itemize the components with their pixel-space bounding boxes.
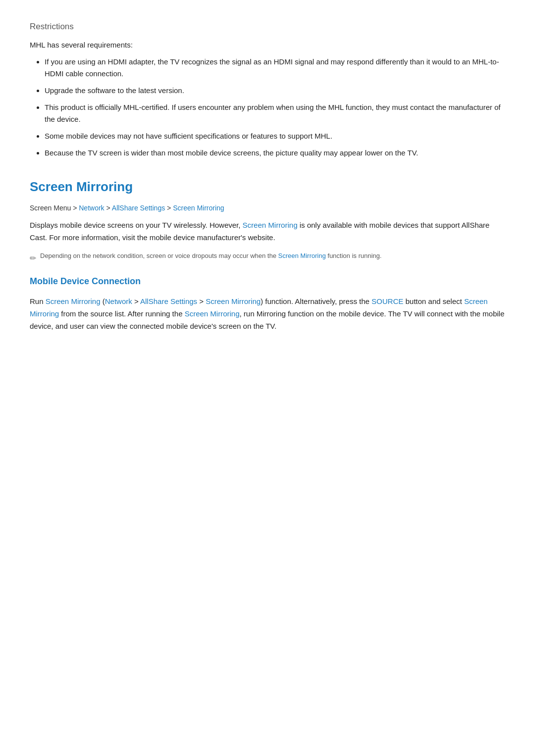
list-item: If you are using an HDMI adapter, the TV… [45, 56, 505, 80]
list-item: This product is officially MHL-certified… [45, 101, 505, 125]
mdc-screen-mirroring-link-2[interactable]: Screen Mirroring [206, 297, 261, 305]
list-item: Because the TV screen is wider than most… [45, 147, 505, 159]
description-text-1: Displays mobile device screens on your T… [30, 221, 243, 229]
note-box: ✏ Depending on the network condition, sc… [30, 251, 505, 265]
list-item: Upgrade the software to the latest versi… [45, 85, 505, 97]
list-item: Some mobile devices may not have suffici… [45, 130, 505, 142]
breadcrumb-separator: > [107, 204, 112, 212]
screen-mirroring-note-link[interactable]: Screen Mirroring [278, 252, 326, 259]
mobile-device-connection-text: Run Screen Mirroring (Network > AllShare… [30, 296, 505, 332]
breadcrumb-screen-mirroring-link[interactable]: Screen Mirroring [173, 204, 224, 212]
note-text: Depending on the network condition, scre… [40, 251, 381, 261]
mobile-device-connection-section: Mobile Device Connection Run Screen Mirr… [30, 274, 505, 332]
mdc-network-link[interactable]: Network [105, 297, 132, 305]
mhl-intro-text: MHL has several requirements: [30, 39, 505, 51]
restrictions-heading: Restrictions [30, 20, 505, 33]
pencil-icon: ✏ [30, 252, 36, 265]
mdc-separator-2: > [197, 297, 206, 305]
note-text-end: function is running. [326, 252, 382, 259]
restrictions-section: Restrictions MHL has several requirement… [30, 20, 505, 159]
mdc-text-3: ) function. Alternatively, press the [261, 297, 372, 305]
restrictions-bullet-list: If you are using an HDMI adapter, the TV… [45, 56, 505, 159]
mdc-text-2: ( [101, 297, 105, 305]
mdc-source-link[interactable]: SOURCE [372, 297, 403, 305]
mobile-device-connection-heading: Mobile Device Connection [30, 274, 505, 289]
breadcrumb: Screen Menu > Network > AllShare Setting… [30, 202, 505, 213]
screen-mirroring-title: Screen Mirroring [30, 177, 505, 198]
mdc-screen-mirroring-link-1[interactable]: Screen Mirroring [46, 297, 101, 305]
mdc-allshare-link[interactable]: AllShare Settings [140, 297, 197, 305]
mdc-screen-mirroring-link-4[interactable]: Screen Mirroring [185, 309, 240, 318]
breadcrumb-separator: > [73, 204, 79, 212]
breadcrumb-allshare-link[interactable]: AllShare Settings [112, 204, 165, 212]
breadcrumb-separator: > [167, 204, 173, 212]
screen-mirroring-description: Displays mobile device screens on your T… [30, 219, 505, 244]
breadcrumb-network-link[interactable]: Network [79, 204, 104, 212]
breadcrumb-prefix: Screen Menu [30, 204, 71, 212]
mdc-text-1: Run [30, 297, 46, 305]
note-text-start: Depending on the network condition, scre… [40, 252, 278, 259]
mdc-text-5: from the source list. After running the [59, 309, 184, 318]
screen-mirroring-section: Screen Mirroring Screen Menu > Network >… [30, 177, 505, 264]
mdc-text-4: button and select [403, 297, 464, 305]
screen-mirroring-inline-link-1[interactable]: Screen Mirroring [243, 221, 298, 229]
mdc-separator-1: > [132, 297, 140, 305]
